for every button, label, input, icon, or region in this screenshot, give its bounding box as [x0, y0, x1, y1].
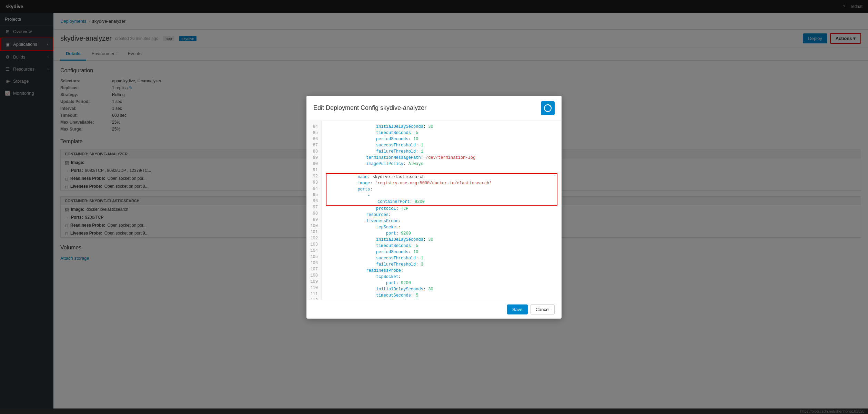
line-number: 92 — [309, 173, 319, 179]
code-line: failureThreshold: 1 — [326, 148, 557, 155]
code-line: timeoutSeconds: 5 — [326, 243, 557, 249]
code-line: tcpSocket: — [326, 224, 557, 230]
line-number: 96 — [309, 198, 319, 204]
line-number: 93 — [309, 179, 319, 186]
code-line: timeoutSeconds: 5 — [326, 292, 557, 299]
code-line: periodSeconds: 10 — [326, 136, 557, 142]
modal-title: Edit Deployment Config skydive-analyzer — [313, 104, 426, 112]
code-line: port: 9200 — [326, 280, 557, 286]
code-line — [326, 167, 557, 173]
code-line: periodSeconds: 10 — [326, 249, 557, 255]
code-line: - — [326, 193, 557, 199]
line-number: 99 — [309, 217, 319, 223]
line-number: 111 — [309, 291, 319, 297]
code-line: ports: — [326, 186, 557, 193]
code-line: resources: — [326, 212, 557, 218]
code-content[interactable]: initialDelaySeconds: 30 timeoutSeconds: … — [322, 121, 562, 300]
line-number: 86 — [309, 136, 319, 142]
code-line: successThreshold: 1 — [326, 142, 557, 148]
code-line: failureThreshold: 3 — [326, 261, 557, 268]
line-number: 89 — [309, 155, 319, 161]
code-line: imagePullPolicy: Always — [326, 161, 557, 167]
line-number: 105 — [309, 254, 319, 260]
line-number: 85 — [309, 130, 319, 136]
code-line: port: 9200 — [326, 230, 557, 237]
save-button[interactable]: Save — [507, 304, 528, 314]
modal-footer: Save Cancel — [306, 300, 562, 319]
code-line: image: 'registry.ose.org:5000/docker.io/… — [326, 180, 557, 186]
line-number: 112 — [309, 297, 319, 300]
line-number: 84 — [309, 124, 319, 130]
line-number: 94 — [309, 186, 319, 192]
line-number: 91 — [309, 167, 319, 173]
code-line: initialDelaySeconds: 30 — [326, 124, 557, 130]
line-number: 108 — [309, 272, 319, 279]
edit-modal: Edit Deployment Config skydive-analyzer … — [306, 96, 562, 319]
line-number: 106 — [309, 260, 319, 266]
line-number: 100 — [309, 223, 319, 229]
code-line: livenessProbe: — [326, 218, 557, 224]
code-line: timeoutSeconds: 5 — [326, 130, 557, 136]
code-line: initialDelaySeconds: 30 — [326, 286, 557, 292]
line-number: 101 — [309, 229, 319, 235]
code-line: terminationMessagePath: /dev/termination… — [326, 155, 557, 161]
line-number: 98 — [309, 210, 319, 217]
line-number: 102 — [309, 235, 319, 241]
line-number: 95 — [309, 192, 319, 198]
code-editor[interactable]: 8485868788899091929394959697989910010110… — [306, 121, 562, 300]
line-number: 87 — [309, 142, 319, 148]
code-line: tcpSocket: — [326, 274, 557, 280]
code-line: readinessProbe: — [326, 268, 557, 274]
line-number: 110 — [309, 285, 319, 291]
code-line: name: skydive-elasticsearch — [326, 173, 557, 180]
modal-body: 8485868788899091929394959697989910010110… — [306, 121, 562, 300]
modal-header: Edit Deployment Config skydive-analyzer — [306, 96, 562, 121]
line-number: 104 — [309, 248, 319, 254]
code-line: containerPort: 9200 — [326, 199, 557, 206]
line-number: 90 — [309, 161, 319, 167]
line-number: 109 — [309, 279, 319, 285]
line-numbers: 8485868788899091929394959697989910010110… — [306, 121, 322, 300]
line-number: 107 — [309, 266, 319, 272]
code-line: successThreshold: 1 — [326, 255, 557, 261]
line-number: 97 — [309, 204, 319, 210]
modal-icon — [541, 101, 555, 115]
modal-overlay[interactable]: Edit Deployment Config skydive-analyzer … — [0, 0, 868, 414]
code-line: initialDelaySeconds: 30 — [326, 237, 557, 243]
cancel-button[interactable]: Cancel — [531, 304, 555, 314]
code-line: protocol: TCP — [326, 206, 557, 212]
line-number: 88 — [309, 148, 319, 155]
line-number: 103 — [309, 241, 319, 248]
